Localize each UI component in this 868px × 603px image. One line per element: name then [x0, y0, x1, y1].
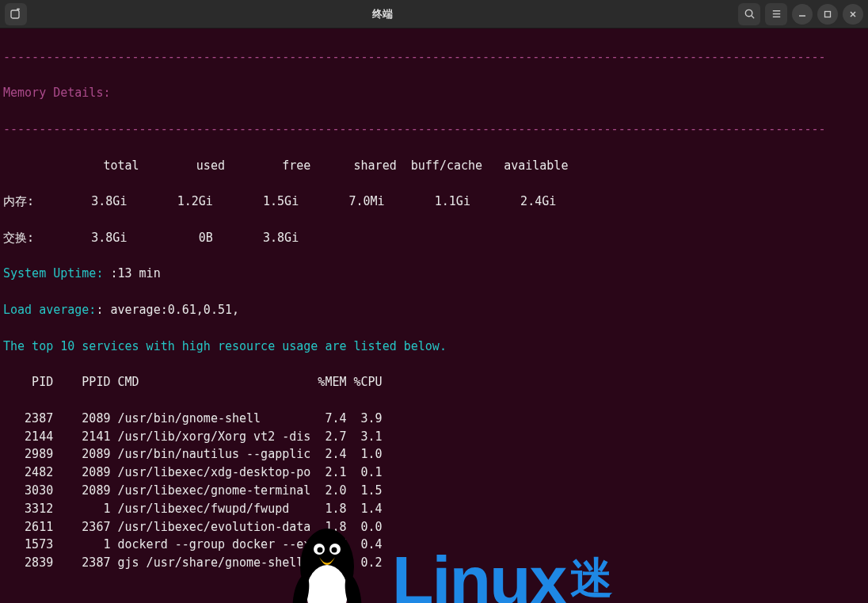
search-button[interactable] — [738, 3, 760, 25]
process-row: 2387 2089 /usr/bin/gnome-shell 7.4 3.9 — [3, 410, 865, 428]
process-row: 2989 2089 /usr/bin/nautilus --gapplic 2.… — [3, 445, 865, 464]
mem-row: 内存: 3.8Gi 1.2Gi 1.5Gi 7.0Mi 1.1Gi 2.4Gi — [3, 193, 865, 211]
svg-point-17 — [332, 547, 337, 552]
svg-point-3 — [745, 10, 752, 16]
terminal-pane[interactable]: ----------------------------------------… — [0, 29, 868, 603]
top10-header: The top 10 services with high resource u… — [3, 338, 865, 356]
memory-header: Memory Details: — [3, 84, 865, 102]
close-button[interactable] — [843, 4, 863, 25]
svg-rect-0 — [11, 10, 19, 18]
svg-line-4 — [751, 16, 753, 18]
new-tab-button[interactable] — [5, 3, 27, 25]
process-row: 2144 2141 /usr/lib/xorg/Xorg vt2 -dis 2.… — [3, 428, 865, 446]
maximize-button[interactable] — [817, 4, 838, 25]
swap-row: 交换: 3.8Gi 0B 3.8Gi — [3, 229, 865, 247]
window-titlebar: 终端 — [0, 0, 868, 29]
minimize-button[interactable] — [792, 4, 813, 25]
uptime-row: System Uptime: :13 min — [3, 265, 865, 283]
proc-columns: PID PPID CMD %MEM %CPU — [3, 373, 865, 391]
load-row: Load average:: average:0.61,0.51, — [3, 301, 865, 319]
watermark-cn: 迷 — [570, 545, 613, 603]
menu-button[interactable] — [765, 3, 787, 25]
watermark-text: Linux — [392, 542, 565, 603]
watermark: Linux迷 www.linuxmi.com — [372, 491, 652, 603]
tux-logo — [287, 489, 367, 596]
svg-point-16 — [318, 547, 323, 552]
divider: ----------------------------------------… — [3, 120, 865, 139]
svg-rect-9 — [825, 11, 831, 17]
mem-columns: total used free shared buff/cache availa… — [3, 157, 865, 175]
load-value: : average:0.61,0.51, — [96, 303, 239, 317]
load-label: Load average: — [3, 303, 96, 317]
uptime-value: :13 min — [110, 266, 160, 281]
window-title: 终端 — [27, 7, 738, 21]
divider: ----------------------------------------… — [3, 48, 865, 67]
process-row: 2482 2089 /usr/libexec/xdg-desktop-po 2.… — [3, 464, 865, 482]
uptime-label: System Uptime: — [3, 266, 110, 281]
